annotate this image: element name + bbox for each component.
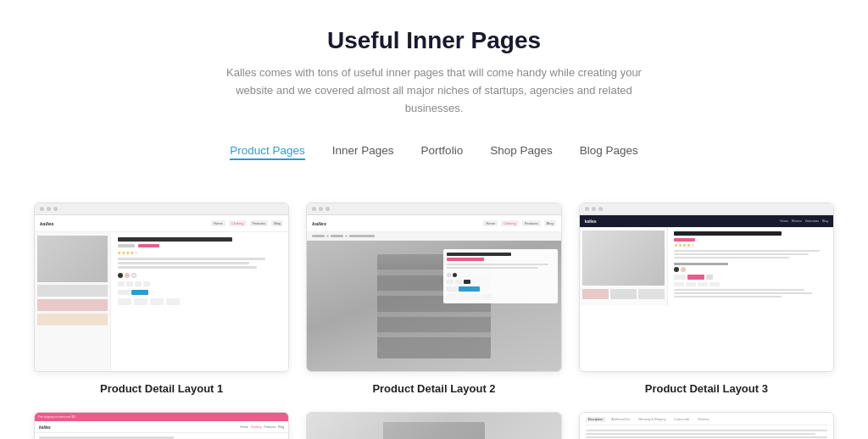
dd-2 <box>674 253 809 255</box>
badge-4 <box>166 298 180 305</box>
detail-title-3 <box>674 231 781 236</box>
d-pay-4 <box>709 282 720 286</box>
mock-stars-1 <box>118 251 282 254</box>
product-screenshot-3[interactable]: kalles Home Women Outerwear Blog <box>579 203 834 372</box>
star-5 <box>135 251 138 254</box>
overlay-desc <box>447 264 554 269</box>
mock-badges-1 <box>118 298 282 305</box>
overlay-swatches <box>447 273 554 277</box>
bc-1 <box>312 235 325 237</box>
dl-2 <box>586 433 815 435</box>
nav-i-2: Clothing <box>251 425 262 429</box>
shoe-shape <box>383 422 485 439</box>
nav-home-1: Home <box>211 220 225 226</box>
desc-line-3 <box>118 266 258 269</box>
dd-1 <box>674 250 820 252</box>
bc-2 <box>331 235 343 237</box>
product-screenshot-1[interactable]: kalles Home Clothing Features Blog <box>34 203 289 372</box>
page-wrapper: Useful Inner Pages Kalles comes with ton… <box>0 0 868 439</box>
dot-green-3 <box>598 207 603 211</box>
mock-dark-logo-3: kalles <box>585 219 597 224</box>
mock-product-area-3 <box>580 227 833 306</box>
d-pay-1 <box>674 282 684 286</box>
d-star-5 <box>691 243 694 247</box>
mock-right-panel-1 <box>111 232 289 371</box>
nav-i-1: Home <box>240 425 248 429</box>
mock-dark-header-3: kalles Home Women Outerwear Blog <box>580 215 833 227</box>
d-wish-btn <box>706 275 713 280</box>
mock-left-panel-1 <box>35 232 111 371</box>
product-screenshot-6[interactable]: Description Additional Info Warranty & S… <box>579 412 834 439</box>
detail-desc-3 <box>674 250 827 258</box>
bc-sep2 <box>345 235 348 237</box>
size-s <box>126 281 133 286</box>
d-star-2 <box>678 243 682 247</box>
badge-1 <box>118 298 131 305</box>
nav-features-2: Features <box>522 220 541 226</box>
mock-toolbar-2 <box>307 203 560 215</box>
mock-white-nav-4: kalles Home Clothing Features Blog <box>35 421 288 433</box>
mock-overlay-2 <box>443 249 558 303</box>
d-pay-2 <box>686 282 696 286</box>
g-thumb-1 <box>582 289 609 299</box>
d-swatch-1 <box>674 267 679 272</box>
mock-pink-header-4: Free shipping on orders over $50 <box>35 413 288 421</box>
product-label-1: Product Detail Layout 1 <box>100 382 223 395</box>
tab-info-6: Additional Info <box>609 417 632 422</box>
mock-content-area-4 <box>35 433 288 439</box>
badge-2 <box>134 298 147 305</box>
gallery-thumbs-3 <box>582 289 665 299</box>
tab-shop-pages[interactable]: Shop Pages <box>490 141 553 160</box>
ov-swatch-1 <box>447 273 451 277</box>
product-screenshot-2[interactable]: kalles Home Clothing Features Blog <box>306 203 561 372</box>
page-subtitle: Kalles comes with tons of useful inner p… <box>214 64 654 117</box>
product-screenshot-4[interactable]: Free shipping on orders over $50 kalles … <box>34 412 289 439</box>
mock-main-image-2 <box>307 241 560 371</box>
mock-qty-1 <box>118 290 282 295</box>
product-screenshot-5[interactable] <box>306 412 561 439</box>
desc-lines-6 <box>586 430 827 439</box>
nav-items-4: Home Clothing Features Blog <box>240 425 284 429</box>
shoes-bg <box>307 413 560 439</box>
mock-tabs-6: Description Additional Info Warranty & S… <box>586 417 827 425</box>
mock-price-old-1 <box>118 244 135 247</box>
tab-blog-pages[interactable]: Blog Pages <box>580 141 638 160</box>
product-card-1: kalles Home Clothing Features Blog <box>34 203 289 395</box>
mock-price-new-1 <box>138 244 159 247</box>
tab-inner-pages[interactable]: Inner Pages <box>332 141 394 160</box>
products-grid-row1: kalles Home Clothing Features Blog <box>0 194 868 412</box>
mock-browser-2: kalles Home Clothing Features Blog <box>307 203 560 371</box>
d-pay-3 <box>698 282 708 286</box>
detail-payment-3 <box>674 282 827 286</box>
thumb-1a <box>37 285 108 297</box>
nav-blog-1: Blog <box>271 220 283 226</box>
mock-layout-inner-1 <box>35 232 288 371</box>
mock-content-2 <box>307 232 560 371</box>
tab-review-6: Reviews <box>695 417 711 422</box>
add-btn-1 <box>131 290 148 295</box>
dot-green <box>53 207 58 211</box>
nav-i-4: Blog <box>278 425 284 429</box>
pink-text-4: Free shipping on orders over $50 <box>38 415 75 419</box>
product-card-4: Free shipping on orders over $50 kalles … <box>34 412 289 439</box>
badge-3 <box>150 298 164 305</box>
d-qty <box>674 275 686 280</box>
size-l <box>143 281 150 286</box>
g-thumb-2 <box>610 289 637 299</box>
star-3 <box>126 251 130 254</box>
product-card-6: Description Additional Info Warranty & S… <box>579 412 834 439</box>
gallery-main-3 <box>582 231 665 286</box>
ov-add-btn <box>459 286 480 292</box>
tab-product-pages[interactable]: Product Pages <box>230 141 305 160</box>
dot-yellow-2 <box>319 207 323 211</box>
dark-nav-2: Women <box>792 220 802 223</box>
mock-logo-2: kalles <box>312 221 326 226</box>
g-thumb-3 <box>638 289 665 299</box>
dl-3 <box>586 436 827 438</box>
star-4 <box>131 251 134 254</box>
detail-stars-3 <box>674 243 827 247</box>
nav-clothing-1: Clothing <box>229 220 247 226</box>
d-swatch-2 <box>681 267 686 272</box>
tab-portfolio[interactable]: Portfolio <box>421 141 464 160</box>
mock-logo-4: kalles <box>39 425 51 430</box>
